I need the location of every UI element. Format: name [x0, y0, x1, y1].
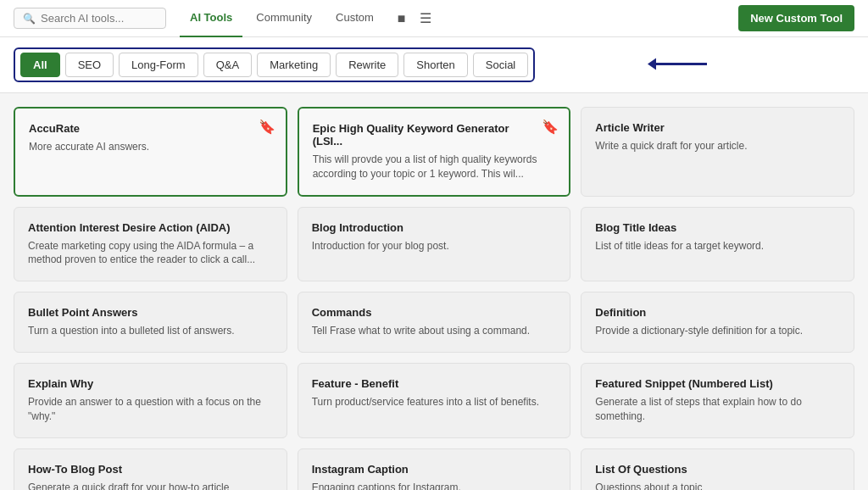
- tool-card[interactable]: Epic High Quality Keyword Generator (LSI…: [298, 107, 571, 197]
- filter-long-form[interactable]: Long-Form: [119, 53, 198, 77]
- filter-bar: All SEO Long-Form Q&A Marketing Rewrite …: [0, 37, 868, 93]
- filter-marketing[interactable]: Marketing: [257, 53, 331, 77]
- tool-card-title: Commands: [312, 306, 557, 319]
- tool-card-title: Bullet Point Answers: [28, 306, 273, 319]
- tool-card-description: Turn product/service features into a lis…: [312, 395, 557, 409]
- tool-card-description: Tell Frase what to write about using a c…: [312, 324, 557, 338]
- list-view-icon[interactable]: ☰: [416, 7, 435, 30]
- tool-card-title: Article Writer: [595, 121, 840, 134]
- tool-card-description: Provide an answer to a question with a f…: [28, 395, 273, 424]
- tool-card[interactable]: Featured Snippet (Numbered List)Generate…: [581, 363, 854, 438]
- search-box[interactable]: 🔍: [14, 8, 166, 29]
- filter-container: All SEO Long-Form Q&A Marketing Rewrite …: [14, 47, 535, 82]
- tool-card-title: Feature - Benefit: [312, 377, 557, 390]
- tool-card[interactable]: CommandsTell Frase what to write about u…: [298, 292, 571, 353]
- tool-card-title: Attention Interest Desire Action (AIDA): [28, 221, 273, 234]
- tool-card-title: Definition: [595, 306, 840, 319]
- filter-all[interactable]: All: [20, 53, 60, 77]
- nav-tab-ai-tools[interactable]: AI Tools: [180, 0, 242, 37]
- tool-card-title: AccuRate: [29, 122, 272, 135]
- nav-tab-community[interactable]: Community: [246, 0, 322, 37]
- filter-rewrite[interactable]: Rewrite: [336, 53, 398, 77]
- tool-card-title: Instagram Caption: [312, 463, 557, 476]
- tool-card-title: Explain Why: [28, 377, 273, 390]
- bookmark-icon[interactable]: 🔖: [259, 119, 275, 135]
- tool-card[interactable]: AccuRateMore accurate AI answers.🔖: [14, 107, 287, 197]
- tool-card[interactable]: Feature - BenefitTurn product/service fe…: [298, 363, 571, 438]
- tool-card-description: List of title ideas for a target keyword…: [595, 239, 840, 253]
- tool-card-description: More accurate AI answers.: [29, 140, 272, 154]
- tool-card[interactable]: Instagram CaptionEngaging captions for I…: [298, 448, 571, 490]
- tool-card-title: Blog Introduction: [312, 221, 557, 234]
- tool-card-title: Blog Title Ideas: [595, 221, 840, 234]
- tool-card-description: Engaging captions for Instagram.: [312, 481, 557, 490]
- tool-card[interactable]: How-To Blog PostGenerate a quick draft f…: [14, 448, 287, 490]
- tool-card-title: Featured Snippet (Numbered List): [595, 377, 840, 390]
- grid-view-icon[interactable]: ■: [394, 8, 409, 30]
- new-custom-tool-button[interactable]: New Custom Tool: [738, 5, 854, 31]
- tool-card-description: Questions about a topic: [595, 481, 840, 490]
- view-icons: ■ ☰: [394, 7, 435, 30]
- tool-card[interactable]: Article WriterWrite a quick draft for yo…: [581, 107, 854, 197]
- tool-card-description: Provide a dictionary-style definition fo…: [595, 324, 840, 338]
- tool-card-description: Create marketing copy using the AIDA for…: [28, 239, 273, 268]
- tool-card[interactable]: List Of QuestionsQuestions about a topic: [581, 448, 854, 490]
- tool-card-description: Generate a quick draft for your how-to a…: [28, 481, 273, 490]
- filter-social[interactable]: Social: [473, 53, 528, 77]
- tool-card-description: Introduction for your blog post.: [312, 239, 557, 253]
- nav-tabs: AI Tools Community Custom ■ ☰: [180, 0, 725, 37]
- tool-card[interactable]: DefinitionProvide a dictionary-style def…: [581, 292, 854, 353]
- tool-card[interactable]: Explain WhyProvide an answer to a questi…: [14, 363, 287, 438]
- tool-card[interactable]: Blog IntroductionIntroduction for your b…: [298, 207, 571, 282]
- svg-marker-1: [648, 58, 656, 70]
- tool-card[interactable]: Blog Title IdeasList of title ideas for …: [581, 207, 854, 282]
- nav-tab-custom[interactable]: Custom: [326, 0, 384, 37]
- tool-card-description: Write a quick draft for your article.: [595, 139, 840, 153]
- tool-card[interactable]: Bullet Point AnswersTurn a question into…: [14, 292, 287, 353]
- tools-grid: AccuRateMore accurate AI answers.🔖Epic H…: [0, 93, 868, 490]
- arrow-indicator: [648, 51, 715, 79]
- tool-card-description: Generate a list of steps that explain ho…: [595, 395, 840, 424]
- filter-shorten[interactable]: Shorten: [403, 53, 468, 77]
- search-input[interactable]: [41, 12, 157, 25]
- tool-card-title: Epic High Quality Keyword Generator (LSI…: [313, 122, 556, 148]
- tool-card-title: How-To Blog Post: [28, 463, 273, 476]
- tool-card[interactable]: Attention Interest Desire Action (AIDA)C…: [14, 207, 287, 282]
- tool-card-description: Turn a question into a bulleted list of …: [28, 324, 273, 338]
- bookmark-icon[interactable]: 🔖: [542, 119, 559, 135]
- header: 🔍 AI Tools Community Custom ■ ☰ New Cust…: [0, 0, 868, 37]
- filter-qa[interactable]: Q&A: [203, 53, 252, 77]
- search-icon: 🔍: [23, 13, 36, 25]
- tool-card-title: List Of Questions: [595, 463, 840, 476]
- tool-card-description: This will provde you a list of high qual…: [313, 153, 556, 181]
- filter-seo[interactable]: SEO: [65, 53, 114, 77]
